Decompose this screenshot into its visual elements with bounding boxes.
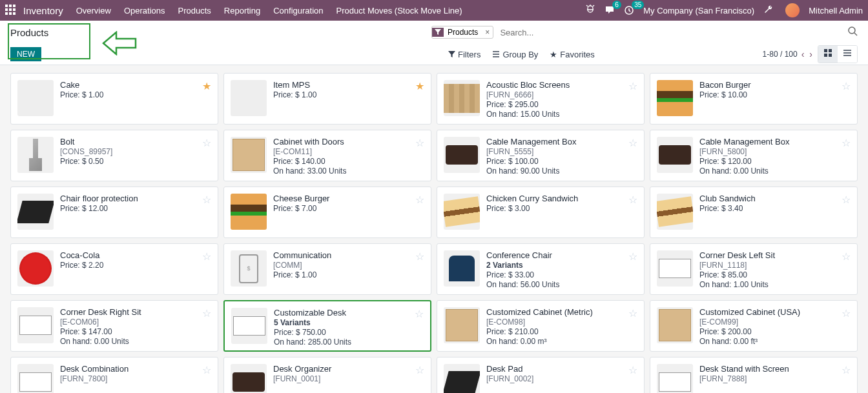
product-image (17, 307, 54, 343)
favorites-toggle[interactable]: ★Favorites (550, 50, 594, 59)
product-card[interactable]: Customized Cabinet (USA)[E-COM99]Price: … (650, 300, 858, 352)
wrench-icon[interactable] (763, 5, 774, 17)
product-card[interactable]: Corner Desk Left Sit[FURN_1118]Price: $ … (650, 243, 858, 295)
favorite-star-icon[interactable]: ★ (202, 80, 211, 92)
favorite-star-icon[interactable]: ☆ (628, 137, 637, 149)
facet-remove[interactable]: × (482, 28, 493, 37)
product-price: Price: $ 3.40 (699, 204, 851, 213)
company-selector[interactable]: My Company (San Francisco) (643, 6, 754, 15)
product-card[interactable]: Club SandwichPrice: $ 3.40 ☆ (650, 186, 858, 238)
favorite-star-icon[interactable]: ☆ (202, 250, 211, 263)
product-image (17, 80, 54, 116)
debug-icon[interactable] (585, 5, 595, 17)
favorite-star-icon[interactable]: ★ (415, 80, 424, 92)
product-card[interactable]: Customizable Desk5 VariantsPrice: $ 750.… (223, 300, 431, 352)
chat-badge: 6 (612, 1, 621, 9)
product-card[interactable]: Cable Management Box[FURN_5555]Price: $ … (437, 130, 645, 181)
product-card[interactable]: Cable Management Box[FURN_5800]Price: $ … (650, 130, 858, 181)
product-card[interactable]: Desk Combination[FURN_7800] ☆ (10, 357, 218, 393)
filters-toggle[interactable]: Filters (448, 50, 480, 59)
favorite-star-icon[interactable]: ☆ (202, 194, 211, 206)
product-image (657, 194, 693, 230)
product-name: Chair floor protection (60, 194, 211, 203)
product-card[interactable]: Chair floor protectionPrice: $ 12.00 ☆ (10, 186, 218, 238)
product-card[interactable]: Bacon BurgerPrice: $ 10.00 ☆ (650, 73, 858, 125)
product-ref: [FURN_7800] (60, 374, 211, 383)
product-card[interactable]: Bolt[CONS_89957]Price: $ 0.50 ☆ (10, 130, 218, 181)
app-brand[interactable]: Inventory (23, 5, 63, 16)
favorite-star-icon[interactable]: ☆ (628, 250, 637, 263)
pager-next[interactable]: › (809, 49, 812, 59)
favorite-star-icon[interactable]: ☆ (842, 307, 851, 319)
favorite-star-icon[interactable]: ☆ (628, 80, 637, 92)
product-card[interactable]: Corner Desk Right Sit[E-COM06]Price: $ 1… (10, 300, 218, 352)
apps-icon[interactable] (5, 5, 17, 16)
product-card[interactable]: Customized Cabinet (Metric)[E-COM98]Pric… (437, 300, 645, 352)
nav-products[interactable]: Products (178, 6, 211, 15)
product-card[interactable]: Item MPSPrice: $ 1.00 ★ (223, 73, 431, 125)
search-options: Filters Group By ★Favorites (448, 50, 595, 59)
product-card[interactable]: Chicken Curry SandwichPrice: $ 3.00 ☆ (437, 186, 645, 238)
favorite-star-icon[interactable]: ☆ (415, 194, 424, 206)
favorite-star-icon[interactable]: ☆ (202, 307, 211, 319)
favorite-star-icon[interactable]: ☆ (202, 364, 211, 376)
pager-range[interactable]: 1-80 / 100 (763, 50, 798, 59)
nav-operations[interactable]: Operations (124, 6, 165, 15)
nav-overview[interactable]: Overview (76, 6, 111, 15)
product-card[interactable]: Coca-ColaPrice: $ 2.20 ☆ (10, 243, 218, 295)
user-name[interactable]: Mitchell Admin (809, 6, 863, 15)
favorite-star-icon[interactable]: ☆ (842, 250, 851, 263)
product-card[interactable]: $ Communication[COMM]Price: $ 1.00 ☆ (223, 243, 431, 295)
product-card[interactable]: Cheese BurgerPrice: $ 7.00 ☆ (223, 186, 431, 238)
product-body: Bacon BurgerPrice: $ 10.00 (699, 80, 851, 117)
favorite-star-icon[interactable]: ☆ (842, 364, 851, 376)
new-button[interactable]: NEW (10, 47, 41, 61)
product-card[interactable]: CakePrice: $ 1.00 ★ (10, 73, 218, 125)
pager-prev[interactable]: ‹ (801, 49, 805, 59)
product-name: Bacon Burger (699, 80, 851, 90)
nav-configuration[interactable]: Configuration (273, 6, 323, 15)
product-card[interactable]: Conference Chair2 VariantsPrice: $ 33.00… (437, 243, 645, 295)
product-body: Cheese BurgerPrice: $ 7.00 (273, 194, 424, 231)
messaging-icon[interactable]: 6 (604, 5, 615, 15)
favorite-star-icon[interactable]: ☆ (415, 308, 424, 320)
product-card[interactable]: Acoustic Bloc Screens[FURN_6666]Price: $… (437, 73, 645, 125)
groupby-toggle[interactable]: Group By (492, 50, 538, 59)
search-input[interactable] (497, 25, 843, 40)
favorite-star-icon[interactable]: ☆ (415, 364, 424, 376)
favorite-star-icon[interactable]: ☆ (415, 137, 424, 149)
product-name: Customized Cabinet (Metric) (486, 307, 637, 317)
product-price: Price: $ 3.00 (486, 204, 637, 213)
product-ref: [COMM] (273, 261, 424, 270)
favorite-star-icon[interactable]: ☆ (628, 307, 637, 319)
kanban-view-btn[interactable] (818, 46, 838, 63)
product-body: Item MPSPrice: $ 1.00 (273, 80, 424, 117)
favorite-star-icon[interactable]: ☆ (628, 194, 637, 206)
product-body: Cable Management Box[FURN_5800]Price: $ … (699, 137, 851, 174)
product-body: Desk Stand with Screen[FURN_7888] (699, 364, 851, 393)
user-avatar[interactable] (785, 3, 800, 17)
favorite-star-icon[interactable]: ☆ (415, 250, 424, 263)
search-icon[interactable] (847, 26, 858, 39)
svg-point-1 (849, 27, 855, 34)
nav-reporting[interactable]: Reporting (224, 6, 260, 15)
product-image (17, 364, 54, 393)
favorite-star-icon[interactable]: ☆ (842, 194, 851, 206)
favorite-star-icon[interactable]: ☆ (628, 364, 637, 376)
product-name: Corner Desk Left Sit (699, 250, 851, 260)
product-card[interactable]: Desk Organizer[FURN_0001] ☆ (223, 357, 431, 393)
activity-icon[interactable]: 35 (624, 5, 634, 15)
star-icon: ★ (550, 50, 557, 59)
product-image (444, 307, 480, 343)
favorite-star-icon[interactable]: ☆ (842, 80, 851, 92)
product-price: Price: $ 750.00 (274, 328, 424, 337)
product-body: Club SandwichPrice: $ 3.40 (699, 194, 851, 231)
product-stock: On hand: 56.00 Units (486, 280, 637, 289)
favorite-star-icon[interactable]: ☆ (202, 137, 211, 149)
nav-product-moves[interactable]: Product Moves (Stock Move Line) (336, 6, 462, 15)
product-card[interactable]: Cabinet with Doors[E-COM11]Price: $ 140.… (223, 130, 431, 181)
product-card[interactable]: Desk Stand with Screen[FURN_7888] ☆ (650, 357, 858, 393)
product-card[interactable]: Desk Pad[FURN_0002] ☆ (437, 357, 645, 393)
favorite-star-icon[interactable]: ☆ (842, 137, 851, 149)
list-view-btn[interactable] (838, 46, 857, 63)
